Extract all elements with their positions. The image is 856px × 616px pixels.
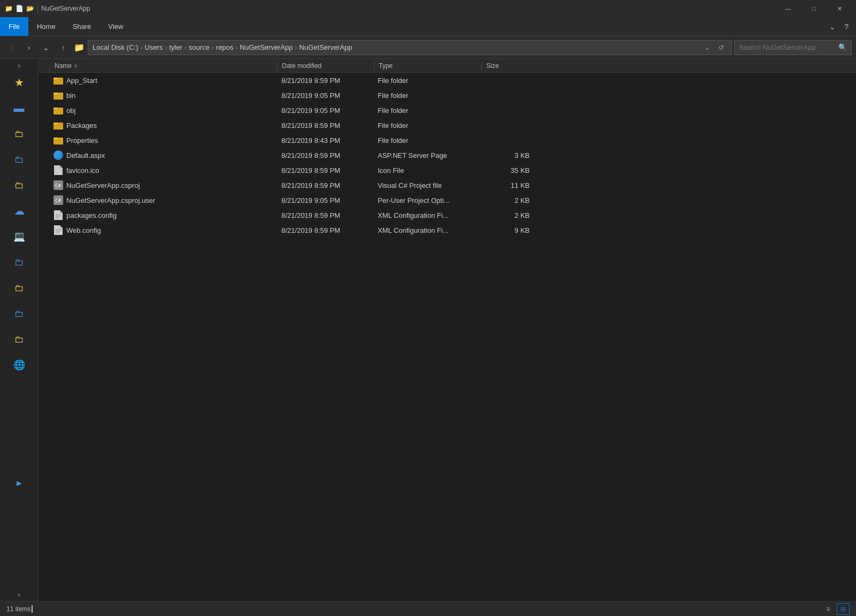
file-type: Per-User Project Opti... (373, 196, 480, 204)
svg-rect-7 (54, 123, 58, 124)
menu-file[interactable]: File (0, 17, 28, 36)
svg-marker-17 (60, 210, 63, 213)
nav-bar: ‹ › ⌄ ↑ 📁 Local Disk (C:) › Users › tyle… (0, 36, 856, 59)
file-date: 8/21/2019 8:59 PM (277, 121, 373, 130)
sidebar-item-folder8[interactable]: 🗀 (6, 328, 32, 351)
table-row[interactable]: C# NuGetServerApp.csproj 8/21/2019 8:59 … (39, 178, 856, 193)
status-right: ≡ ⊞ (822, 603, 850, 615)
table-row[interactable]: C# NuGetServerApp.csproj.user 8/21/2019 … (39, 193, 856, 208)
search-input[interactable] (739, 43, 836, 51)
bc-tyler[interactable]: tyler (169, 43, 182, 51)
table-row[interactable]: Web.config 8/21/2019 8:59 PM XML Configu… (39, 223, 856, 238)
table-row[interactable]: App_Start 8/21/2019 8:59 PM File folder (39, 73, 856, 88)
title-bar: 📁 📄 📂 NuGetServerApp — □ ✕ (0, 0, 856, 17)
address-dropdown-btn[interactable]: ⌄ (701, 42, 713, 54)
bc-nugetserverapp2[interactable]: NuGetServerApp (299, 43, 352, 51)
menu-expand: ⌄ ? (822, 17, 856, 36)
sidebar-item-folder1[interactable]: ▬ (6, 96, 32, 120)
forward-button[interactable]: › (21, 40, 36, 55)
sep-3: › (185, 44, 187, 51)
history-button[interactable]: ⌄ (39, 40, 54, 55)
address-refresh-btn[interactable]: ↺ (715, 42, 727, 54)
col-header-name[interactable]: Name ∧ (52, 62, 277, 70)
sidebar-scroll-up[interactable]: ∧ (0, 61, 38, 70)
csproj-icon: C# (52, 179, 64, 191)
window-controls: — □ ✕ (776, 0, 852, 17)
view-grid-button[interactable]: ⊞ (837, 603, 850, 615)
table-row[interactable]: Packages 8/21/2019 8:59 PM File folder (39, 118, 856, 133)
sort-arrow: ∧ (74, 63, 78, 69)
svg-text:C#: C# (55, 183, 61, 188)
nav-folder-icon: 📁 (74, 42, 85, 52)
collapse-icon: ◄ (15, 479, 24, 489)
file-size: 35 KB (480, 166, 534, 174)
blue-folder-icon-3: 🗀 (14, 257, 24, 268)
sidebar-item-network[interactable]: 🌐 (6, 353, 32, 377)
svg-rect-9 (54, 138, 58, 139)
col-header-size[interactable]: Size (482, 62, 536, 70)
view-list-button[interactable]: ≡ (822, 603, 835, 615)
menu-view[interactable]: View (100, 17, 132, 36)
config-icon (52, 209, 64, 221)
table-row[interactable]: packages.config 8/21/2019 8:59 PM XML Co… (39, 208, 856, 223)
table-row[interactable]: 🌐 Default.aspx 8/21/2019 8:59 PM ASP.NET… (39, 148, 856, 163)
sidebar-item-folder2[interactable]: 🗀 (6, 122, 32, 146)
sep-2: › (165, 44, 167, 51)
sidebar-item-folder3[interactable]: 🗀 (6, 148, 32, 171)
file-name: Web.config (64, 226, 277, 234)
file-date: 8/21/2019 8:59 PM (277, 166, 373, 174)
file-type: File folder (373, 77, 480, 85)
menu-help-icon[interactable]: ? (841, 20, 852, 33)
sidebar-item-thispc[interactable]: 💻 (6, 225, 32, 248)
maximize-button[interactable]: □ (801, 0, 826, 17)
table-row[interactable]: favicon.ico 8/21/2019 8:59 PM Icon File … (39, 163, 856, 178)
minimize-button[interactable]: — (776, 0, 800, 17)
menu-share[interactable]: Share (64, 17, 100, 36)
aspx-icon: 🌐 (52, 149, 64, 161)
bc-users[interactable]: Users (144, 43, 163, 51)
close-button[interactable]: ✕ (827, 0, 852, 17)
file-size: 2 KB (480, 211, 534, 219)
search-icon: 🔍 (838, 43, 847, 51)
sidebar-scroll-down[interactable]: ∨ (0, 590, 38, 599)
folder-icon (52, 119, 64, 131)
sidebar-item-quickaccess[interactable]: ★ (6, 71, 32, 94)
table-row[interactable]: obj 8/21/2019 9:05 PM File folder (39, 103, 856, 118)
blue-folder-icon-4: 🗀 (14, 308, 24, 320)
up-button[interactable]: ↑ (56, 40, 71, 55)
title-bar-icons: 📁 📄 📂 (4, 4, 34, 13)
file-date: 8/21/2019 9:05 PM (277, 92, 373, 100)
breadcrumb: Local Disk (C:) › Users › tyler › source… (93, 43, 352, 51)
file-name: Default.aspx (64, 151, 277, 159)
sidebar-item-folder4[interactable]: 🗀 (6, 173, 32, 197)
sidebar-item-folder7[interactable]: 🗀 (6, 302, 32, 325)
sidebar-item-folder5[interactable]: 🗀 (6, 250, 32, 274)
file-date: 8/21/2019 9:05 PM (277, 196, 373, 204)
sidebar-item-onedrive[interactable]: ☁ (6, 199, 32, 223)
folder-icon (52, 134, 64, 146)
sep-6: › (295, 44, 297, 51)
sep-5: › (235, 44, 238, 51)
table-row[interactable]: Properties 8/21/2019 8:43 PM File folder (39, 133, 856, 148)
file-type: File folder (373, 136, 480, 145)
bc-nugetserverapp1[interactable]: NuGetServerApp (240, 43, 293, 51)
bc-repos[interactable]: repos (216, 43, 234, 51)
sidebar-item-collapse[interactable]: ◄ (6, 472, 32, 496)
col-header-date[interactable]: Date modified (278, 62, 374, 70)
file-name: obj (64, 107, 277, 115)
bc-source[interactable]: source (189, 43, 210, 51)
menu-home[interactable]: Home (28, 17, 64, 36)
search-box[interactable]: 🔍 (734, 40, 852, 55)
address-bar[interactable]: Local Disk (C:) › Users › tyler › source… (88, 40, 732, 55)
file-name: Properties (64, 136, 277, 145)
csproj-user-icon: C# (52, 194, 64, 206)
bc-localdisk[interactable]: Local Disk (C:) (93, 43, 138, 51)
col-header-type[interactable]: Type (374, 62, 482, 70)
sidebar-item-folder6[interactable]: 🗀 (6, 276, 32, 300)
blue-folder-icon-1: ▬ (14, 103, 25, 113)
svg-marker-11 (60, 165, 63, 168)
folder-icon (52, 89, 64, 101)
table-row[interactable]: bin 8/21/2019 9:05 PM File folder (39, 88, 856, 103)
menu-expand-icon[interactable]: ⌄ (826, 20, 839, 33)
back-button[interactable]: ‹ (4, 40, 19, 55)
